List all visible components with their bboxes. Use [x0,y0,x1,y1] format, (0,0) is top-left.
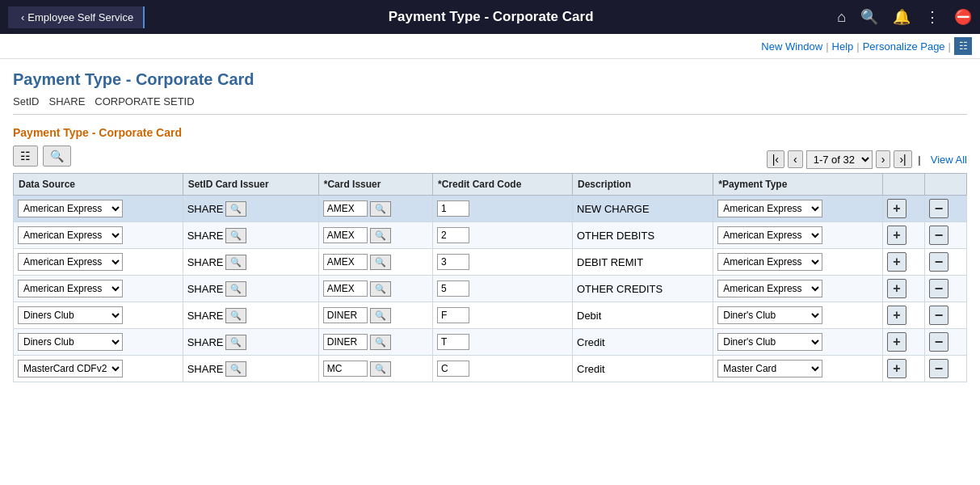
card-issuer-search-button[interactable]: 🔍 [370,255,391,270]
back-button[interactable]: ‹ Employee Self Service [8,6,145,28]
remove-row-button[interactable]: − [929,199,948,218]
credit-card-code-input[interactable] [437,200,469,217]
card-issuer-input[interactable] [323,254,368,270]
card-issuer-search-button[interactable]: 🔍 [370,335,391,350]
card-issuer-search-button[interactable]: 🔍 [370,281,391,297]
payment-type-select[interactable]: American Express [717,280,822,297]
data-source-select[interactable]: American Express [18,280,123,297]
cell-setid-card-issuer: SHARE 🔍 [183,356,318,382]
card-issuer-input[interactable] [323,227,368,243]
cell-credit-card-code [432,249,572,276]
cell-description: OTHER DEBITS [573,222,713,249]
data-table: Data Source SetID Card Issuer *Card Issu… [13,173,967,382]
payment-type-select[interactable]: Diner's Club [717,333,822,351]
description-value: Credit [577,336,605,348]
view-all-link[interactable]: View All [931,154,967,166]
description-value: OTHER DEBITS [577,230,654,242]
credit-card-code-input[interactable] [437,307,469,323]
card-issuer-input[interactable] [323,361,368,377]
grid-view-icon[interactable]: ☷ [954,37,972,55]
cell-setid-card-issuer: SHARE 🔍 [183,302,318,329]
cell-remove-action: − [924,249,966,276]
remove-row-button[interactable]: − [929,252,948,272]
credit-card-code-input[interactable] [437,334,469,350]
card-issuer-input[interactable] [323,200,368,217]
more-icon[interactable]: ⋮ [925,8,940,26]
remove-row-button[interactable]: − [929,359,948,378]
data-source-select[interactable]: MasterCard CDFv2 [18,360,123,377]
page-range-select[interactable]: 1-7 of 32 [806,150,873,169]
credit-card-code-input[interactable] [437,361,469,377]
new-window-link[interactable]: New Window [761,40,822,53]
cell-data-source: Diners Club [14,302,183,329]
card-issuer-search-button[interactable]: 🔍 [370,308,391,323]
setid-search-button[interactable]: 🔍 [225,361,246,377]
data-source-select[interactable]: American Express [18,253,123,271]
card-issuer-input[interactable] [323,280,368,297]
bell-icon[interactable]: 🔔 [893,8,911,26]
setid-search-button[interactable]: 🔍 [225,255,246,270]
add-row-button[interactable]: + [887,332,906,352]
data-source-select[interactable]: American Express [18,226,123,244]
cell-data-source: MasterCard CDFv2 [14,356,183,382]
next-page-button[interactable]: › [876,150,891,168]
payment-type-select[interactable]: Master Card [717,360,822,377]
card-issuer-search-button[interactable]: 🔍 [370,228,391,243]
col-payment-type: *Payment Type [713,174,883,196]
setid-search-button[interactable]: 🔍 [225,335,246,350]
add-row-button[interactable]: + [887,359,906,378]
setid-search-button[interactable]: 🔍 [225,308,246,323]
card-issuer-search-button[interactable]: 🔍 [370,361,391,377]
help-link[interactable]: Help [832,40,854,53]
cell-setid-card-issuer: SHARE 🔍 [183,276,318,302]
payment-type-select[interactable]: American Express [717,253,822,271]
remove-row-button[interactable]: − [929,332,948,352]
payment-type-select[interactable]: American Express [717,226,822,244]
first-page-button[interactable]: |‹ [767,150,784,168]
cell-data-source: American Express [14,276,183,302]
add-row-button[interactable]: + [887,279,906,298]
card-issuer-input[interactable] [323,307,368,323]
payment-type-select[interactable]: American Express [717,200,822,217]
add-row-button[interactable]: + [887,306,906,325]
table-row: Diners Club SHARE 🔍 🔍 Debit [14,302,967,329]
search-filter-button[interactable]: 🔍 [43,146,71,167]
add-row-button[interactable]: + [887,252,906,272]
remove-row-button[interactable]: − [929,279,948,298]
cell-data-source: Diners Club [14,329,183,356]
setid-search-button[interactable]: 🔍 [225,228,246,243]
search-icon[interactable]: 🔍 [860,8,878,26]
credit-card-code-input[interactable] [437,227,469,243]
remove-row-button[interactable]: − [929,226,948,245]
credit-card-code-input[interactable] [437,254,469,270]
toolbar-row: ☷ 🔍 |‹ ‹ 1-7 of 32 › ›| | View All [13,146,967,173]
data-source-select[interactable]: Diners Club [18,306,123,324]
data-source-select[interactable]: American Express [18,200,123,217]
back-label: Employee Self Service [27,11,133,23]
cell-payment-type: Diner's Club [713,329,883,356]
description-value: DEBIT REMIT [577,256,643,268]
cell-credit-card-code [432,356,572,382]
setid-search-button[interactable]: 🔍 [225,281,246,297]
setid-search-button[interactable]: 🔍 [225,201,246,217]
col-credit-card-code: *Credit Card Code [432,174,572,196]
personalize-link[interactable]: Personalize Page [863,40,945,53]
cell-remove-action: − [924,196,966,222]
card-issuer-search-button[interactable]: 🔍 [370,201,391,217]
credit-card-code-input[interactable] [437,280,469,297]
payment-type-select[interactable]: Diner's Club [717,306,822,324]
remove-row-button[interactable]: − [929,306,948,325]
add-row-button[interactable]: + [887,226,906,245]
setid-issuer-value: SHARE [187,310,224,322]
block-icon[interactable]: ⛔ [954,8,972,26]
cell-description: OTHER CREDITS [573,276,713,302]
cell-description: DEBIT REMIT [573,249,713,276]
prev-page-button[interactable]: ‹ [788,150,803,168]
grid-toggle-button[interactable]: ☷ [13,146,38,167]
add-row-button[interactable]: + [887,199,906,218]
cell-payment-type: American Express [713,222,883,249]
data-source-select[interactable]: Diners Club [18,333,123,351]
last-page-button[interactable]: ›| [894,150,911,168]
card-issuer-input[interactable] [323,334,368,350]
home-icon[interactable]: ⌂ [837,9,846,26]
